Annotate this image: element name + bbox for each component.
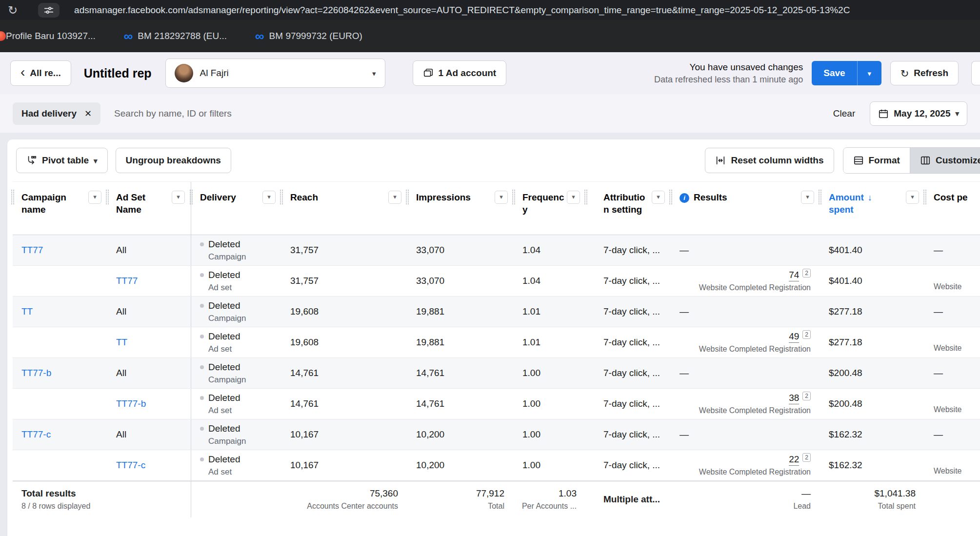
clipped-button[interactable] (971, 61, 980, 85)
column-menu-button[interactable]: ▾ (172, 191, 185, 204)
ad-account-label: 1 Ad account (439, 68, 497, 79)
date-range-picker[interactable]: May 12, 2025 ▾ (870, 101, 967, 126)
column-menu-button[interactable]: ▾ (801, 191, 814, 204)
strip-item-bm1[interactable]: ∞ BM 218292788 (EU... (124, 30, 227, 42)
column-header-attribution[interactable]: Attribution setting▾ (586, 182, 671, 235)
reload-icon[interactable]: ↻ (8, 4, 18, 16)
strip-item-profile[interactable]: Profile Baru 103927... (6, 31, 96, 41)
amount-spent-value: $401.40 (829, 244, 919, 256)
filter-chip-had-delivery[interactable]: Had delivery ✕ (13, 102, 100, 125)
pivot-table-dropdown[interactable]: Pivot table ▾ (16, 148, 108, 173)
column-resize-handle[interactable] (819, 190, 821, 204)
ad-account-count-button[interactable]: 1 Ad account (413, 60, 507, 86)
report-header: ‹ All re... Untitled rep Al Fajri ▾ 1 Ad… (0, 52, 980, 94)
column-resize-handle[interactable] (512, 190, 515, 204)
meta-logo-icon: ∞ (124, 30, 133, 42)
delivery-status-dot (200, 242, 204, 246)
column-resize-handle[interactable] (106, 190, 109, 204)
column-resize-handle[interactable] (669, 190, 672, 204)
save-options-button[interactable]: ▾ (857, 61, 881, 85)
results-count: 22 (789, 454, 799, 466)
pivot-table-icon (26, 155, 37, 166)
remove-filter-icon[interactable]: ✕ (84, 108, 92, 119)
filter-bar: Had delivery ✕ Clear May 12, 2025 ▾ (0, 94, 980, 133)
column-resize-handle[interactable] (11, 190, 14, 204)
adset-link[interactable]: TT77-c (116, 459, 185, 471)
format-label: Format (869, 155, 900, 166)
save-button[interactable]: Save (812, 61, 857, 85)
adset-link[interactable]: TT77 (116, 275, 185, 287)
campaign-link[interactable]: TT77-b (21, 367, 101, 379)
back-to-reports-button[interactable]: ‹ All re... (10, 60, 71, 86)
impressions-cell: 14,761 (407, 389, 514, 419)
profile-strip: Profile Baru 103927... ∞ BM 218292788 (E… (0, 20, 980, 52)
campaign-cell: TT77 (13, 235, 107, 265)
total-results-label: Lead (793, 501, 811, 511)
column-resize-handle[interactable] (190, 190, 193, 204)
customize-columns-icon (920, 155, 931, 166)
frequency-cell: 1.01 (514, 297, 586, 327)
impressions-value: 14,761 (416, 367, 508, 379)
column-header-results[interactable]: iResults▾ (671, 182, 820, 235)
adset-link[interactable]: TT (116, 337, 185, 348)
filter-chip-label: Had delivery (21, 108, 77, 119)
column-header-delivery[interactable]: Delivery▾ (191, 182, 281, 235)
campaign-cell (13, 327, 107, 357)
results-badge: 2 (802, 269, 811, 278)
frequency-value: 1.00 (522, 429, 580, 440)
column-menu-button[interactable]: ▾ (388, 191, 401, 204)
campaign-link[interactable]: TT (21, 306, 101, 318)
ad-account-selector[interactable]: Al Fajri ▾ (165, 59, 385, 88)
column-header-amount[interactable]: Amount↓spent▾ (820, 182, 925, 235)
ungroup-breakdowns-button[interactable]: Ungroup breakdowns (116, 148, 231, 173)
url-bar[interactable]: adsmanager.facebook.com/adsmanager/repor… (74, 5, 850, 16)
column-resize-handle[interactable] (584, 190, 587, 204)
column-header-frequency[interactable]: Frequency▾ (514, 182, 586, 235)
total-impressions-label: Total (488, 501, 504, 511)
column-menu-button[interactable]: ▾ (652, 191, 665, 204)
reach-value: 31,757 (290, 244, 401, 256)
column-label: Impressions (416, 192, 471, 204)
column-resize-handle[interactable] (923, 190, 926, 204)
customize-button[interactable]: Customize (910, 148, 980, 173)
back-label: All re... (30, 68, 60, 79)
attribution-value: 7-day click, ... (603, 306, 665, 318)
cost-cell: — (925, 235, 980, 265)
cost-cell: Website (925, 450, 980, 480)
cost-value: — (934, 367, 980, 379)
reach-cell: 14,761 (281, 358, 407, 388)
column-header-cost[interactable]: Cost pe▾ (925, 182, 980, 235)
column-menu-button[interactable]: ▾ (906, 191, 919, 204)
adset-value: All (116, 367, 185, 379)
column-header-campaign[interactable]: Campaign name▾ (13, 182, 107, 235)
strip-item-bm2[interactable]: ∞ BM 97999732 (EURO) (255, 30, 362, 42)
column-resize-handle[interactable] (406, 190, 409, 204)
frequency-value: 1.04 (522, 244, 580, 256)
column-menu-button[interactable]: ▾ (495, 191, 508, 204)
column-menu-button[interactable]: ▾ (262, 191, 276, 204)
column-resize-handle[interactable] (280, 190, 283, 204)
results-badge: 2 (802, 453, 811, 462)
results-count: 49 (789, 331, 799, 343)
frequency-cell: 1.04 (514, 235, 586, 265)
column-menu-button[interactable]: ▾ (88, 191, 101, 204)
reach-value: 19,608 (290, 306, 401, 318)
site-info-button[interactable] (38, 3, 60, 18)
column-header-impressions[interactable]: Impressions▾ (407, 182, 514, 235)
format-button[interactable]: Format (843, 148, 910, 173)
search-input[interactable] (114, 108, 417, 119)
reset-column-widths-button[interactable]: Reset column widths (705, 148, 834, 173)
campaign-link[interactable]: TT77 (21, 244, 101, 256)
delivery-status-dot (200, 365, 204, 369)
column-header-reach[interactable]: Reach▾ (281, 182, 407, 235)
reach-cell: 10,167 (281, 450, 407, 480)
table-row: TT77-cAllDeletedCampaign10,16710,2001.00… (13, 419, 980, 450)
refresh-button[interactable]: ↻ Refresh (890, 61, 959, 85)
reach-cell: 19,608 (281, 327, 407, 357)
adset-link[interactable]: TT77-b (116, 398, 185, 410)
column-menu-button[interactable]: ▾ (567, 191, 580, 204)
column-header-adset[interactable]: Ad Set Name▾ (107, 182, 191, 235)
clear-filters-link[interactable]: Clear (833, 108, 855, 119)
campaign-link[interactable]: TT77-c (21, 429, 101, 440)
table-row: TTDeletedAd set19,60819,8811.017-day cli… (13, 327, 980, 358)
